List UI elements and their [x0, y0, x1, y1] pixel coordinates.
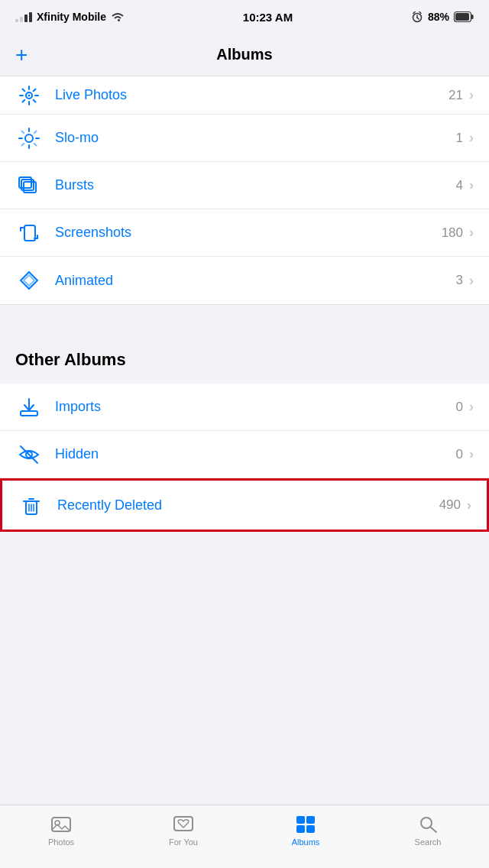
tab-search[interactable]: Search — [367, 813, 489, 847]
screenshots-icon — [15, 219, 43, 247]
album-name: Live Photos — [55, 87, 449, 103]
tab-albums-label: Albums — [292, 837, 320, 847]
album-name: Hidden — [55, 446, 456, 462]
album-name: Recently Deleted — [57, 497, 439, 513]
bursts-icon — [15, 172, 43, 199]
svg-rect-33 — [21, 411, 37, 416]
signal-bars — [15, 12, 32, 22]
svg-rect-48 — [306, 825, 315, 833]
section-divider — [0, 304, 489, 332]
svg-rect-46 — [306, 816, 315, 824]
svg-line-4 — [419, 12, 421, 14]
battery-icon — [454, 11, 474, 22]
svg-line-50 — [431, 828, 437, 833]
svg-point-18 — [25, 134, 33, 142]
imports-icon — [15, 394, 43, 421]
svg-rect-30 — [24, 225, 35, 241]
album-count: 21 — [449, 88, 463, 103]
photos-tab-icon — [50, 813, 72, 834]
svg-line-17 — [23, 99, 25, 102]
album-name: Imports — [55, 399, 456, 415]
chevron-right-icon: › — [469, 177, 474, 193]
album-count: 4 — [456, 178, 463, 193]
svg-line-2 — [417, 18, 419, 19]
tab-photos-label: Photos — [48, 837, 74, 847]
carrier-label: Xfinity Mobile — [37, 11, 106, 23]
svg-rect-47 — [296, 825, 305, 833]
chevron-right-icon: › — [469, 130, 474, 146]
svg-line-25 — [34, 131, 37, 133]
list-item[interactable]: Animated 3 › — [0, 257, 489, 304]
tab-albums[interactable]: Albums — [244, 813, 367, 847]
chevron-right-icon: › — [467, 497, 471, 513]
recently-deleted-row[interactable]: Recently Deleted 490 › — [0, 478, 489, 532]
status-bar: Xfinity Mobile 10:23 AM 88% — [0, 0, 489, 34]
hidden-icon — [15, 441, 43, 468]
list-item[interactable]: Screenshots 180 › — [0, 209, 489, 257]
svg-rect-44 — [174, 817, 193, 831]
list-item[interactable]: Live Photos 21 › — [0, 76, 489, 115]
scroll-area[interactable]: Live Photos 21 › Slo-mo 1 › — [0, 76, 489, 805]
svg-rect-6 — [471, 15, 474, 19]
page-title: Albums — [216, 46, 272, 63]
svg-line-3 — [413, 12, 415, 14]
chevron-right-icon: › — [469, 273, 474, 289]
slomo-icon — [15, 125, 43, 152]
chevron-right-icon: › — [469, 225, 474, 241]
svg-point-9 — [28, 94, 31, 96]
live-photos-icon — [15, 82, 43, 109]
album-count: 1 — [456, 131, 463, 146]
chevron-right-icon: › — [469, 399, 474, 415]
album-name: Slo-mo — [55, 130, 456, 146]
svg-line-24 — [34, 143, 37, 145]
wifi-icon — [111, 11, 125, 22]
nav-bar: + Albums — [0, 34, 489, 76]
album-count: 0 — [456, 447, 463, 462]
svg-line-23 — [22, 131, 24, 133]
svg-line-26 — [22, 143, 24, 145]
svg-line-35 — [21, 446, 37, 463]
add-album-button[interactable]: + — [15, 44, 28, 66]
bottom-spacer — [0, 532, 489, 562]
other-albums-header: Other Albums — [0, 332, 489, 377]
svg-line-15 — [34, 99, 36, 102]
album-name: Animated — [55, 273, 456, 289]
album-name: Bursts — [55, 177, 456, 193]
status-time: 10:23 AM — [243, 11, 293, 24]
tab-search-label: Search — [415, 837, 442, 847]
svg-rect-7 — [455, 13, 469, 21]
svg-rect-45 — [296, 816, 305, 824]
album-count: 3 — [456, 273, 463, 288]
list-item[interactable]: Bursts 4 › — [0, 162, 489, 209]
for-you-tab-icon — [173, 813, 194, 834]
animated-icon — [15, 267, 43, 294]
trash-icon — [18, 491, 45, 519]
album-count: 180 — [442, 225, 463, 241]
tab-bar: Photos For You Albums — [0, 805, 489, 868]
alarm-icon — [411, 11, 423, 23]
spacer — [0, 377, 489, 384]
tab-photos[interactable]: Photos — [0, 813, 122, 847]
tab-for-you-label: For You — [169, 837, 198, 847]
list-item[interactable]: Imports 0 › — [0, 384, 489, 431]
battery-percent: 88% — [428, 11, 449, 23]
list-item[interactable]: Slo-mo 1 › — [0, 115, 489, 162]
album-name: Screenshots — [55, 225, 442, 241]
chevron-right-icon: › — [469, 87, 474, 103]
album-count: 490 — [439, 497, 461, 513]
status-right: 88% — [411, 11, 474, 23]
search-tab-icon — [417, 813, 439, 834]
album-count: 0 — [456, 400, 463, 415]
tab-for-you[interactable]: For You — [122, 813, 244, 847]
albums-tab-icon — [295, 813, 316, 834]
status-left: Xfinity Mobile — [15, 11, 125, 23]
svg-line-14 — [23, 89, 25, 91]
svg-line-16 — [34, 89, 36, 91]
chevron-right-icon: › — [469, 446, 474, 462]
list-item[interactable]: Hidden 0 › — [0, 431, 489, 478]
